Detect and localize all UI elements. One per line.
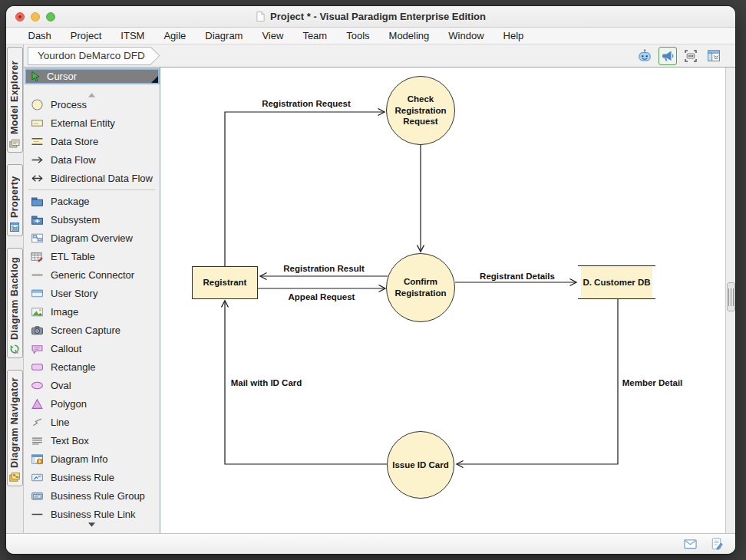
- sidebar-tab-diagram-navigator[interactable]: Diagram Navigator: [7, 370, 23, 486]
- vp-assistant-button[interactable]: [635, 47, 654, 65]
- flow-registration-request[interactable]: [225, 112, 385, 266]
- menu-dash[interactable]: Dash: [18, 30, 61, 41]
- palette-item-label: Diagram Overview: [51, 232, 133, 244]
- palette-item-business-rule[interactable]: Business Rule: [24, 468, 160, 486]
- palette-item-polygon[interactable]: Polygon: [24, 394, 160, 413]
- palette-item-subsystem[interactable]: Subsystem: [24, 210, 160, 229]
- traffic-lights: [15, 12, 55, 21]
- screen-capture-icon: [31, 324, 44, 337]
- palette-item-label: Generic Connector: [51, 269, 134, 281]
- menu-tools[interactable]: Tools: [337, 30, 379, 41]
- diagram-navigator-icon: [8, 471, 21, 483]
- palette-scroll-down[interactable]: [24, 517, 160, 531]
- flow-label-member-detail[interactable]: Member Detail: [622, 378, 683, 387]
- palette-item-rectangle[interactable]: Rectangle: [24, 357, 160, 376]
- breadcrumb[interactable]: Yourdon DeMarco DFD: [28, 47, 151, 65]
- palette-item-generic-connector[interactable]: Generic Connector: [24, 265, 160, 284]
- palette-item-etl-table[interactable]: ETL Table: [24, 247, 160, 265]
- menu-team[interactable]: Team: [293, 30, 337, 41]
- process-icon: [31, 98, 44, 111]
- menu-modeling[interactable]: Modeling: [379, 30, 439, 41]
- polygon-icon: [31, 397, 44, 410]
- diagram-node-customer-db[interactable]: D. Customer DB: [578, 265, 655, 299]
- window-title: Project * - Visual Paradigm Enterprise E…: [256, 11, 486, 22]
- user-story-icon: [31, 287, 44, 300]
- flow-label-registration-result[interactable]: Registration Result: [283, 264, 364, 273]
- business-rule-group-icon: [31, 489, 44, 502]
- flow-label-registration-request[interactable]: Registration Request: [262, 99, 351, 108]
- fit-to-window-button[interactable]: [682, 47, 700, 65]
- message-button[interactable]: [682, 536, 698, 552]
- menu-itsm[interactable]: ITSM: [111, 30, 154, 41]
- palette-item-label: Line: [51, 417, 70, 428]
- zoom-button[interactable]: [46, 12, 55, 21]
- app-window: Project * - Visual Paradigm Enterprise E…: [6, 6, 735, 554]
- node-label: D. Customer DB: [581, 266, 652, 298]
- flow-label-registrant-details[interactable]: Registrant Details: [480, 272, 555, 281]
- palette-item-diagram-info[interactable]: Diagram Info: [24, 450, 160, 468]
- tool-palette: Cursor ProcessExternal EntityData StoreD…: [24, 68, 160, 533]
- panel-layout-button[interactable]: [705, 47, 723, 65]
- diagram-node-check-registration-request[interactable]: Check Registration Request: [386, 76, 455, 145]
- palette-item-user-story[interactable]: User Story: [24, 284, 160, 302]
- flow-label-mail-with-id-card[interactable]: Mail with ID Card: [231, 378, 302, 387]
- sidebar-tab-property[interactable]: Property: [7, 164, 23, 236]
- palette-item-business-rule-group[interactable]: Business Rule Group: [24, 486, 160, 505]
- palette-item-package[interactable]: Package: [24, 192, 160, 210]
- panel-layout-icon: [706, 48, 721, 64]
- palette-item-oval[interactable]: Oval: [24, 376, 160, 394]
- robot-icon: [637, 48, 652, 64]
- palette-item-data-store[interactable]: Data Store: [24, 132, 160, 150]
- menu-diagram[interactable]: Diagram: [196, 30, 253, 41]
- log-document-button[interactable]: [708, 536, 725, 552]
- data-flow-icon: [31, 153, 44, 166]
- palette-item-label: Screen Capture: [51, 324, 120, 336]
- sidebar-tab-label: Diagram Backlog: [9, 252, 20, 340]
- palette-item-image[interactable]: Image: [24, 302, 160, 321]
- palette-item-callout[interactable]: Callout: [24, 339, 160, 357]
- palette-item-diagram-overview[interactable]: Diagram Overview: [24, 229, 160, 247]
- diagram-node-registrant[interactable]: Registrant: [192, 266, 258, 299]
- sidebar-tab-model-explorer[interactable]: Model Explorer: [7, 47, 23, 153]
- menu-view[interactable]: View: [253, 30, 293, 41]
- palette-item-screen-capture[interactable]: Screen Capture: [24, 321, 160, 339]
- panel-resize-grip[interactable]: [727, 282, 735, 311]
- right-panel-strip: [725, 68, 735, 533]
- palette-item-label: Polygon: [51, 398, 87, 410]
- palette-list: ProcessExternal EntityData StoreData Flo…: [24, 95, 160, 523]
- palette-item-process[interactable]: Process: [24, 95, 160, 114]
- minimize-button[interactable]: [31, 12, 40, 21]
- diagram-node-confirm-registration[interactable]: Confirm Registration: [386, 253, 455, 322]
- palette-item-label: Data Flow: [51, 154, 96, 166]
- megaphone-icon: [660, 48, 675, 64]
- menu-window[interactable]: Window: [439, 30, 493, 41]
- palette-item-data-flow[interactable]: Data Flow: [24, 150, 160, 169]
- etl-table-icon: [31, 250, 44, 263]
- menu-agile[interactable]: Agile: [154, 30, 196, 41]
- announcement-button[interactable]: [659, 47, 677, 65]
- window-title-text: Project * - Visual Paradigm Enterprise E…: [270, 11, 486, 22]
- flow-member-detail[interactable]: [457, 299, 618, 464]
- external-entity-icon: [31, 117, 44, 130]
- oval-icon: [31, 379, 44, 392]
- flow-label-appeal-request[interactable]: Appeal Request: [289, 292, 355, 301]
- menu-help[interactable]: Help: [493, 30, 533, 41]
- close-button[interactable]: [15, 12, 25, 21]
- data-store-icon: [31, 135, 44, 148]
- palette-item-external-entity[interactable]: External Entity: [24, 114, 160, 132]
- palette-item-text-box[interactable]: Text Box: [24, 431, 160, 450]
- palette-item-label: Diagram Info: [51, 453, 107, 465]
- menu-project[interactable]: Project: [61, 30, 111, 41]
- palette-item-cursor[interactable]: Cursor: [25, 68, 160, 84]
- palette-item-bidirectional-data-flow[interactable]: Bidirectional Data Flow: [24, 169, 160, 187]
- diagram-node-issue-id-card[interactable]: Issue ID Card: [387, 431, 454, 499]
- palette-item-line[interactable]: Line: [24, 413, 160, 431]
- palette-item-label: External Entity: [51, 117, 115, 129]
- sidebar-tab-diagram-backlog[interactable]: Diagram Backlog: [7, 248, 23, 358]
- diagram-canvas[interactable]: Check Registration RequestConfirm Regist…: [160, 68, 725, 533]
- palette-item-label: Bidirectional Data Flow: [51, 173, 153, 184]
- property-icon: [8, 221, 21, 233]
- status-bar: [6, 533, 735, 554]
- palette-item-label: Rectangle: [51, 361, 96, 373]
- palette-separator: [28, 189, 155, 190]
